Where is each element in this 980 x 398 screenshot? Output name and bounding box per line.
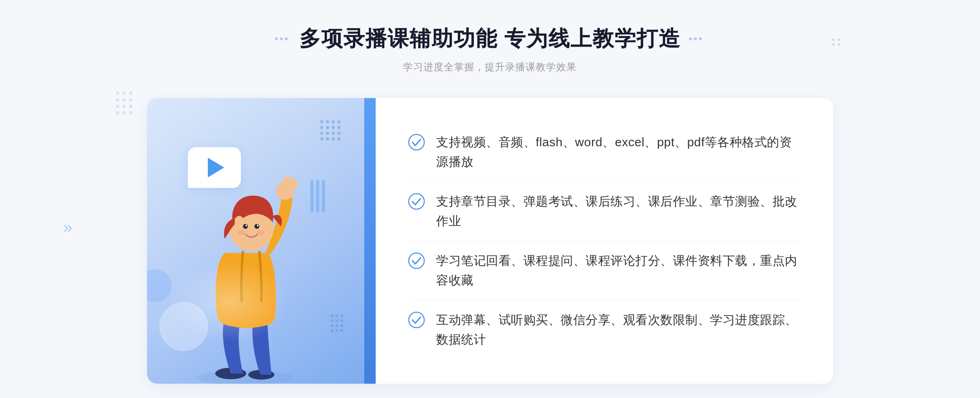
header-section: 多项录播课辅助功能 专为线上教学打造 学习进度全掌握，提升录播课教学效果 <box>275 25 705 74</box>
svg-point-62 <box>116 111 119 114</box>
check-icon-2 <box>408 193 425 210</box>
svg-point-64 <box>129 111 132 114</box>
svg-point-46 <box>331 329 334 332</box>
svg-point-48 <box>341 329 343 332</box>
title-row: 多项录播课辅助功能 专为线上教学打造 <box>275 25 705 53</box>
svg-point-63 <box>122 111 126 114</box>
svg-point-9 <box>332 120 335 123</box>
svg-point-47 <box>336 329 339 332</box>
feature-item-4: 互动弹幕、试听购买、微信分享、观看次数限制、学习进度跟踪、数据统计 <box>408 300 800 359</box>
page-container: 多项录播课辅助功能 专为线上教学打造 学习进度全掌握，提升录播课教学效果 » <box>0 0 980 398</box>
svg-point-21 <box>332 137 335 141</box>
panel-dots-grid <box>318 119 355 157</box>
feature-item-3: 学习笔记回看、课程提问、课程评论打分、课件资料下载，重点内容收藏 <box>408 241 800 300</box>
svg-point-2 <box>285 38 287 40</box>
svg-point-13 <box>332 126 335 129</box>
svg-point-60 <box>122 105 126 108</box>
content-card: 支持视频、音频、flash、word、excel、ppt、pdf等各种格式的资源… <box>147 98 833 384</box>
title-dots-left-outer: ∷ <box>434 35 441 50</box>
bg-dots-left <box>114 90 147 124</box>
title-dots-right-outer: ∷ <box>832 35 839 50</box>
feature-item-2: 支持章节目录、弹题考试、课后练习、课后作业、章节测验、批改作业 <box>408 182 800 241</box>
svg-point-34 <box>257 225 258 226</box>
svg-point-22 <box>337 137 341 141</box>
panel-bottom-dots <box>329 313 357 343</box>
svg-point-8 <box>326 120 329 123</box>
svg-point-17 <box>332 132 335 135</box>
title-left-dots <box>275 35 291 43</box>
svg-point-10 <box>337 120 341 123</box>
svg-point-39 <box>341 315 343 318</box>
feature-text-2: 支持章节目录、弹题考试、课后练习、课后作业、章节测验、批改作业 <box>436 192 800 231</box>
svg-point-38 <box>336 315 339 318</box>
svg-point-56 <box>116 98 119 101</box>
svg-point-7 <box>320 120 323 123</box>
svg-point-37 <box>331 315 334 318</box>
svg-point-55 <box>129 92 132 95</box>
page-title: 多项录播课辅助功能 专为线上教学打造 <box>299 25 681 53</box>
check-icon-1 <box>408 134 425 150</box>
svg-point-11 <box>320 126 323 129</box>
svg-point-58 <box>129 98 132 101</box>
page-subtitle: 学习进度全掌握，提升录播课教学效果 <box>275 60 705 74</box>
svg-point-44 <box>336 324 339 327</box>
svg-point-50 <box>409 194 424 209</box>
svg-point-57 <box>122 98 126 101</box>
svg-point-15 <box>320 132 323 135</box>
svg-point-18 <box>337 132 341 135</box>
svg-text:»: » <box>63 218 72 235</box>
svg-point-41 <box>336 320 339 322</box>
svg-point-12 <box>326 126 329 129</box>
svg-point-32 <box>254 224 259 229</box>
feature-item-1: 支持视频、音频、flash、word、excel、ppt、pdf等各种格式的资源… <box>408 123 800 182</box>
svg-point-36 <box>256 230 265 235</box>
svg-point-42 <box>341 320 343 322</box>
check-icon-4 <box>408 312 425 328</box>
svg-point-54 <box>122 92 126 95</box>
svg-point-35 <box>238 230 246 235</box>
accent-bar <box>364 98 376 384</box>
svg-point-16 <box>326 132 329 135</box>
feature-text-1: 支持视频、音频、flash、word、excel、ppt、pdf等各种格式的资源… <box>436 132 800 172</box>
features-panel: 支持视频、音频、flash、word、excel、ppt、pdf等各种格式的资源… <box>376 98 833 384</box>
check-icon-3 <box>408 253 425 269</box>
feature-text-3: 学习笔记回看、课程提问、课程评论打分、课件资料下载，重点内容收藏 <box>436 251 800 290</box>
svg-point-31 <box>243 224 248 229</box>
svg-point-49 <box>409 134 424 150</box>
deco-circle-large <box>159 302 208 351</box>
svg-point-0 <box>275 38 278 40</box>
svg-point-3 <box>689 38 692 40</box>
feature-text-4: 互动弹幕、试听购买、微信分享、观看次数限制、学习进度跟踪、数据统计 <box>436 310 800 349</box>
svg-point-20 <box>326 137 329 141</box>
svg-point-1 <box>280 38 283 40</box>
svg-point-4 <box>694 38 697 40</box>
svg-point-59 <box>116 105 119 108</box>
chevron-left-decoration: » <box>63 217 88 239</box>
title-right-dots <box>689 35 705 43</box>
svg-point-19 <box>320 137 323 141</box>
svg-point-43 <box>331 324 334 327</box>
svg-point-33 <box>245 225 247 226</box>
svg-point-45 <box>341 324 343 327</box>
svg-point-61 <box>129 105 132 108</box>
svg-point-5 <box>699 38 702 40</box>
svg-point-40 <box>331 320 334 322</box>
svg-point-53 <box>116 92 119 95</box>
illustration-panel <box>147 98 376 384</box>
svg-point-51 <box>409 253 424 268</box>
svg-point-52 <box>409 312 424 328</box>
deco-circle-small <box>147 269 172 302</box>
svg-point-14 <box>337 126 341 129</box>
